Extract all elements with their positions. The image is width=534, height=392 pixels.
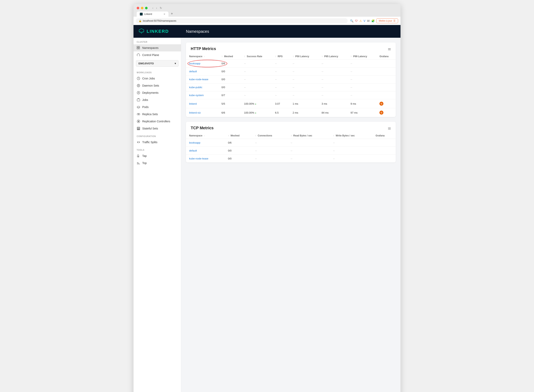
maximize-button[interactable]: [145, 7, 148, 9]
grafana-icon[interactable]: G: [379, 102, 384, 106]
tab-close-icon[interactable]: ✕: [164, 13, 165, 15]
tcp-col-connections: ↑ Connections: [252, 133, 287, 139]
back-button[interactable]: ‹: [152, 6, 154, 10]
tcp-namespace-link[interactable]: kube-node-lease: [189, 157, 208, 160]
http-grafana-cell: [376, 91, 396, 99]
http-p99-cell: --: [347, 83, 376, 91]
logo-text: LINKERD: [147, 29, 169, 34]
http-col-p99: ↑ P99 Latency: [347, 53, 376, 60]
tab-favicon-icon: [140, 13, 143, 15]
tcp-meshed-cell: 0/6: [225, 139, 252, 147]
http-meshed-cell: 0/0: [218, 83, 241, 91]
active-tab[interactable]: Linkerd ✕: [137, 12, 169, 17]
namespace-link[interactable]: booksapp: [189, 62, 200, 65]
http-metrics-card: HTTP Metrics ⚌ Namespace ↑ ↑ Meshed: [186, 42, 396, 117]
sidebar-item-traffic-splits[interactable]: Traffic Splits: [133, 139, 181, 146]
reload-button[interactable]: ↻: [159, 6, 163, 10]
sidebar-item-cron-jobs[interactable]: Cron Jobs: [133, 75, 181, 82]
minimize-button[interactable]: [141, 7, 143, 9]
sidebar-item-deployments[interactable]: Deployments: [133, 89, 181, 96]
sidebar-item-daemon-sets[interactable]: Daemon Sets: [133, 82, 181, 89]
http-filter-icon[interactable]: ⚌: [388, 47, 391, 51]
http-rps-cell: 6.5: [272, 108, 289, 117]
http-col-meshed: ↑ Meshed: [218, 53, 241, 60]
http-rps-cell: --: [272, 68, 289, 75]
chevron-down-icon: ▾: [175, 62, 176, 65]
tcp-write-bytes-cell: --: [330, 139, 372, 147]
update-button[interactable]: Mettre à jour ☰: [376, 19, 398, 23]
http-p95-cell: 3 ms: [319, 99, 347, 108]
namespace-link[interactable]: linkerd-viz: [189, 111, 201, 114]
http-namespace-cell: default: [186, 68, 218, 75]
http-table-row: default0/0----------: [186, 68, 396, 75]
url-bar[interactable]: 🔒 localhost:50750/namespaces: [136, 18, 348, 23]
tcp-read-bytes-cell: --: [287, 147, 330, 155]
http-table-row: linkerd-viz6/6100.00%●6.52 ms84 ms97 msG: [186, 108, 396, 117]
sidebar: CLUSTER Namespaces Control Plane EMOJIVO…: [133, 38, 181, 392]
rps-sort-icon: ↑: [275, 55, 276, 58]
cron-icon: [137, 77, 140, 80]
search-icon[interactable]: 🔍: [350, 19, 353, 23]
forward-button[interactable]: ›: [155, 6, 158, 10]
namespace-selector-label: EMOJIVOTO: [138, 62, 154, 65]
namespace-link[interactable]: kube-node-lease: [189, 78, 208, 81]
tcp-namespace-sort-icon[interactable]: ↑: [204, 135, 205, 137]
svg-rect-16: [137, 128, 140, 129]
http-success-cell: --: [241, 60, 272, 68]
http-p95-cell: --: [319, 91, 347, 99]
http-p99-cell: --: [347, 91, 376, 99]
close-button[interactable]: [137, 7, 139, 9]
tcp-filter-icon[interactable]: ⚌: [388, 126, 391, 130]
tcp-meshed-cell: 0/0: [225, 147, 252, 155]
http-col-success-rate: ↑ Success Rate: [241, 53, 272, 60]
grafana-icon[interactable]: G: [379, 111, 384, 115]
namespace-link[interactable]: kube-system: [189, 94, 204, 97]
sidebar-replication-controllers-label: Replication Controllers: [142, 120, 170, 123]
svg-rect-18: [138, 156, 139, 157]
namespace-sort-icon[interactable]: ↑: [204, 55, 205, 58]
pods-icon: [137, 105, 140, 109]
sidebar-item-pods[interactable]: Pods: [133, 103, 181, 111]
shield-icon[interactable]: 🛡: [355, 19, 358, 23]
namespace-selector[interactable]: EMOJIVOTO ▾: [136, 60, 179, 67]
lock-icon: 🔒: [139, 19, 142, 22]
tcp-namespace-link[interactable]: default: [189, 149, 197, 152]
http-table-row: booksapp0/6----------: [186, 60, 396, 68]
sidebar-item-top[interactable]: Top: [133, 159, 181, 167]
sidebar-item-replica-sets[interactable]: Replica Sets: [133, 111, 181, 118]
tcp-grafana-cell: [372, 155, 396, 163]
svg-rect-2: [138, 46, 140, 47]
svg-rect-1: [137, 46, 138, 47]
http-table-row: linkerd5/5100.00%●3.071 ms3 ms9 msG: [186, 99, 396, 108]
sidebar-item-jobs[interactable]: Jobs: [133, 96, 181, 103]
tcp-namespace-link[interactable]: booksapp: [189, 141, 200, 144]
svg-rect-3: [137, 48, 138, 49]
tcp-table-row: kube-node-lease0/0------: [186, 155, 396, 163]
namespace-link[interactable]: linkerd: [189, 102, 197, 105]
http-table-row: kube-public0/0----------: [186, 83, 396, 91]
namespace-link[interactable]: kube-public: [189, 86, 202, 89]
http-p95-cell: --: [319, 83, 347, 91]
sidebar-item-tap[interactable]: Tap: [133, 152, 181, 159]
extension-w-icon[interactable]: W: [367, 19, 370, 23]
sidebar-item-control-plane[interactable]: Control Plane: [133, 51, 181, 59]
http-success-cell: --: [241, 68, 272, 75]
tcp-read-bytes-cell: --: [287, 139, 330, 147]
tcp-namespace-cell: default: [186, 147, 225, 155]
sidebar-item-replication-controllers[interactable]: Replication Controllers: [133, 118, 181, 125]
new-tab-button[interactable]: +: [169, 12, 175, 16]
connections-sort-icon: ↑: [255, 134, 256, 137]
top-icon: [137, 161, 140, 165]
extension-v-icon[interactable]: V: [364, 19, 365, 23]
http-col-p50: ↑ P50 Latency: [290, 53, 319, 60]
http-grafana-cell: [376, 68, 396, 75]
sidebar-stateful-sets-label: Stateful Sets: [142, 127, 158, 130]
sidebar-item-namespaces[interactable]: Namespaces: [133, 44, 181, 51]
svg-rect-15: [137, 127, 140, 128]
extensions-icon[interactable]: 🧩: [371, 19, 375, 23]
sidebar-item-stateful-sets[interactable]: Stateful Sets: [133, 125, 181, 132]
namespace-link[interactable]: default: [189, 70, 197, 73]
http-namespace-cell: booksapp: [186, 60, 218, 68]
warning-icon[interactable]: ⚠: [359, 19, 362, 23]
http-col-namespace: Namespace ↑: [186, 53, 218, 60]
